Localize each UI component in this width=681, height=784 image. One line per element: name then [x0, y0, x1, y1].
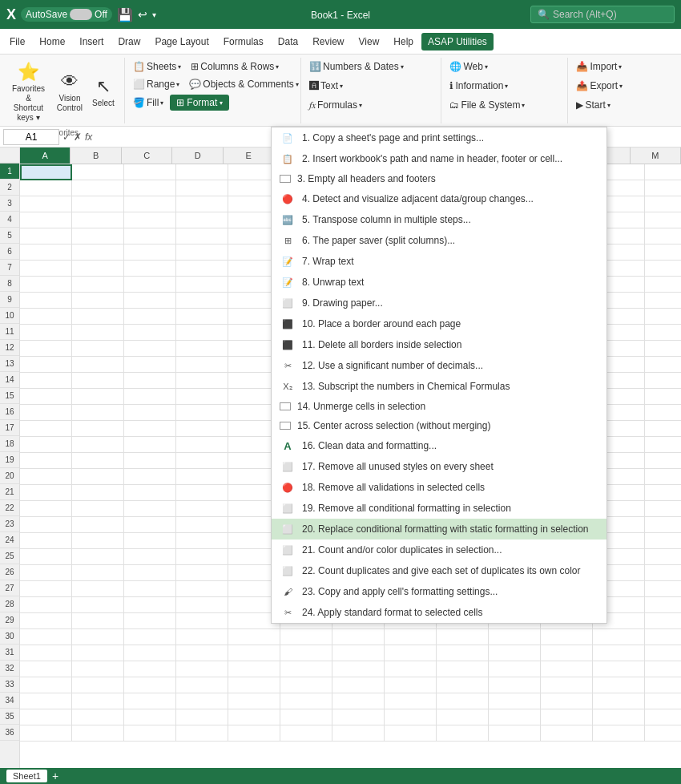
cell-M20[interactable] — [645, 469, 681, 485]
format-menu-item-11[interactable]: ⬛ 11. Delete all borders inside selectio… — [272, 334, 606, 355]
menu-asap-utilities[interactable]: ASAP Utilities — [421, 33, 494, 51]
cell-C23[interactable] — [124, 517, 176, 533]
cell-C27[interactable] — [124, 581, 176, 597]
cell-D30[interactable] — [176, 629, 228, 645]
cell-A34[interactable] — [20, 693, 72, 709]
cell-A2[interactable] — [20, 180, 72, 196]
cell-M19[interactable] — [645, 453, 681, 469]
cell-A21[interactable] — [20, 485, 72, 501]
cell-D15[interactable] — [176, 389, 228, 405]
format-menu-item-17[interactable]: ⬜ 17. Remove all unused styles on every … — [272, 456, 606, 477]
cell-C1[interactable] — [124, 164, 176, 180]
cell-C8[interactable] — [124, 277, 176, 293]
cell-C21[interactable] — [124, 485, 176, 501]
cell-C7[interactable] — [124, 261, 176, 277]
cell-D2[interactable] — [176, 180, 228, 196]
cell-A29[interactable] — [20, 613, 72, 629]
cell-A36[interactable] — [20, 725, 72, 742]
cell-H36[interactable] — [385, 725, 437, 742]
cell-D24[interactable] — [176, 533, 228, 549]
cell-M22[interactable] — [645, 501, 681, 517]
cell-A22[interactable] — [20, 501, 72, 517]
cell-A6[interactable] — [20, 244, 72, 261]
sheets-button[interactable]: 📋 Sheets ▾ — [130, 59, 184, 74]
cell-D7[interactable] — [176, 261, 228, 277]
cell-B28[interactable] — [72, 597, 124, 613]
file-system-button[interactable]: 🗂 File & System ▾ — [446, 98, 528, 112]
cell-B5[interactable] — [72, 228, 124, 244]
cell-C20[interactable] — [124, 469, 176, 485]
select-button[interactable]: ↖ Select — [87, 74, 119, 111]
range-button[interactable]: ⬜ Range ▾ — [130, 77, 183, 91]
cell-A24[interactable] — [20, 533, 72, 549]
cell-L34[interactable] — [593, 693, 645, 709]
format-menu-item-4[interactable]: 🔴 4. Detect and visualize adjacent data/… — [272, 188, 606, 209]
format-menu-item-5[interactable]: 🔤 5. Transpose column in multiple steps.… — [272, 209, 606, 230]
cell-B6[interactable] — [72, 244, 124, 261]
cell-D35[interactable] — [176, 709, 228, 725]
cell-M23[interactable] — [645, 517, 681, 533]
cell-C15[interactable] — [124, 389, 176, 405]
cell-C33[interactable] — [124, 677, 176, 693]
cell-B34[interactable] — [72, 693, 124, 709]
cell-C11[interactable] — [124, 325, 176, 341]
cell-C10[interactable] — [124, 309, 176, 325]
cell-I31[interactable] — [437, 645, 489, 661]
cell-E30[interactable] — [228, 629, 280, 645]
cell-C35[interactable] — [124, 709, 176, 725]
format-menu-item-19[interactable]: ⬜ 19. Remove all conditional formatting … — [272, 498, 606, 519]
cell-D8[interactable] — [176, 277, 228, 293]
menu-data[interactable]: Data — [272, 33, 304, 51]
cell-M24[interactable] — [645, 533, 681, 549]
format-menu-item-7[interactable]: 📝 7. Wrap text — [272, 251, 606, 272]
cell-C19[interactable] — [124, 453, 176, 469]
cell-B22[interactable] — [72, 501, 124, 517]
format-button[interactable]: ⊞ Format ▾ — [170, 95, 229, 111]
cell-A30[interactable] — [20, 629, 72, 645]
cell-C9[interactable] — [124, 293, 176, 309]
cell-A23[interactable] — [20, 517, 72, 533]
cell-B1[interactable] — [72, 164, 124, 180]
cell-C13[interactable] — [124, 357, 176, 373]
cell-B2[interactable] — [72, 180, 124, 196]
add-sheet-icon[interactable]: + — [52, 770, 58, 782]
cell-B20[interactable] — [72, 469, 124, 485]
cell-B8[interactable] — [72, 277, 124, 293]
cell-E31[interactable] — [228, 645, 280, 661]
cell-B10[interactable] — [72, 309, 124, 325]
cell-D32[interactable] — [176, 661, 228, 677]
cell-B9[interactable] — [72, 293, 124, 309]
cell-B23[interactable] — [72, 517, 124, 533]
import-button[interactable]: 📥 Import ▾ — [573, 59, 625, 74]
cell-B14[interactable] — [72, 373, 124, 389]
cell-J35[interactable] — [489, 709, 541, 725]
cell-C6[interactable] — [124, 244, 176, 261]
cell-M21[interactable] — [645, 485, 681, 501]
objects-comments-button[interactable]: 💬 Objects & Comments ▾ — [186, 77, 301, 91]
cell-B30[interactable] — [72, 629, 124, 645]
cell-G31[interactable] — [332, 645, 385, 661]
cell-F35[interactable] — [280, 709, 332, 725]
cell-M11[interactable] — [645, 325, 681, 341]
cell-F34[interactable] — [280, 693, 332, 709]
cell-B12[interactable] — [72, 341, 124, 357]
cell-H34[interactable] — [385, 693, 437, 709]
cell-K32[interactable] — [541, 661, 593, 677]
cell-C5[interactable] — [124, 228, 176, 244]
cell-C14[interactable] — [124, 373, 176, 389]
cell-D10[interactable] — [176, 309, 228, 325]
format-menu-item-3[interactable]: 3. Empty all headers and footers — [272, 169, 606, 188]
cell-C22[interactable] — [124, 501, 176, 517]
cell-B33[interactable] — [72, 677, 124, 693]
cell-B29[interactable] — [72, 613, 124, 629]
cell-D13[interactable] — [176, 357, 228, 373]
menu-page-layout[interactable]: Page Layout — [148, 33, 215, 51]
cell-D25[interactable] — [176, 549, 228, 565]
format-menu-item-10[interactable]: ⬛ 10. Place a border around each page — [272, 313, 606, 334]
cell-A3[interactable] — [20, 196, 72, 212]
cell-B21[interactable] — [72, 485, 124, 501]
cell-I35[interactable] — [437, 709, 489, 725]
cell-K33[interactable] — [541, 677, 593, 693]
cell-M35[interactable] — [645, 709, 681, 725]
cell-M6[interactable] — [645, 244, 681, 261]
